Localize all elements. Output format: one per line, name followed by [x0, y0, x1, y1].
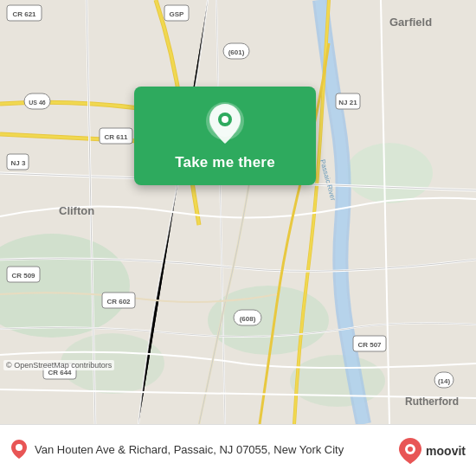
svg-text:Rutherford: Rutherford — [405, 396, 459, 408]
svg-text:(14): (14) — [438, 377, 451, 385]
svg-text:NJ 21: NJ 21 — [338, 99, 357, 106]
svg-text:US 46: US 46 — [29, 100, 46, 106]
moovit-logo: moovit — [398, 437, 466, 465]
svg-text:CR 611: CR 611 — [104, 133, 128, 141]
bottom-bar: Van Houten Ave & Richard, Passaic, NJ 07… — [0, 424, 476, 476]
map-container[interactable]: CR 621 GSP US 46 (601) NJ 21 NJ 3 CR 611… — [0, 0, 476, 424]
location-icon — [10, 439, 28, 460]
svg-text:NJ 3: NJ 3 — [11, 159, 26, 167]
svg-text:(601): (601) — [228, 48, 245, 56]
moovit-text: moovit — [426, 444, 466, 458]
take-me-card[interactable]: Take me there — [134, 87, 316, 185]
svg-point-52 — [408, 447, 413, 452]
address-text: Van Houten Ave & Richard, Passaic, NJ 07… — [35, 443, 391, 458]
take-me-there-button[interactable]: Take me there — [175, 154, 275, 171]
app-container: CR 621 GSP US 46 (601) NJ 21 NJ 3 CR 611… — [0, 0, 476, 476]
svg-text:CR 507: CR 507 — [357, 341, 382, 349]
svg-text:CR 509: CR 509 — [11, 272, 35, 280]
svg-point-5 — [290, 355, 385, 407]
svg-text:Garfield: Garfield — [389, 16, 432, 29]
location-icon-wrap — [10, 439, 28, 463]
svg-point-3 — [346, 143, 433, 203]
moovit-logo-icon — [398, 437, 422, 465]
svg-text:Clifton: Clifton — [59, 204, 94, 217]
svg-point-49 — [222, 116, 228, 123]
openstreetmap-credit: © OpenStreetMap contributors — [3, 360, 114, 370]
map-pin-icon — [206, 102, 244, 145]
svg-text:(608): (608) — [240, 315, 256, 323]
svg-text:GSP: GSP — [170, 10, 185, 18]
svg-text:CR 602: CR 602 — [106, 298, 131, 306]
svg-text:CR 621: CR 621 — [12, 10, 36, 18]
svg-point-50 — [16, 444, 23, 451]
